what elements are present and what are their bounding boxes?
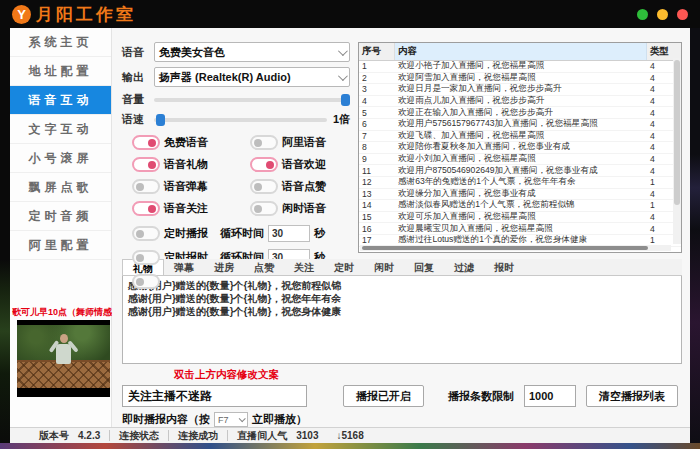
hotkey-select[interactable]: F7: [214, 412, 248, 427]
voice-welcome-toggle[interactable]: [250, 157, 278, 172]
speed-value: 1倍: [333, 112, 350, 127]
window-controls: [637, 9, 688, 20]
output-label: 输出: [122, 70, 154, 85]
desktop: Y 月阳工作室 系统主页 地址配置 语音互动 文字互动 小号滚屏 飘屏点歌 定时…: [0, 0, 700, 449]
voice-follow-toggle[interactable]: [132, 201, 160, 216]
app-window: 系统主页 地址配置 语音互动 文字互动 小号滚屏 飘屏点歌 定时音频 阿里配置 …: [10, 28, 690, 443]
voice-controls: 语音 免费美女音色 输出 扬声器 (Realtek(R) Audio): [122, 42, 358, 252]
header-content[interactable]: 内容: [395, 43, 647, 60]
voice-danmu-toggle[interactable]: [132, 179, 160, 194]
table-row[interactable]: 6欢迎用户5756157967743加入直播间，祝您福星高照4: [359, 119, 681, 131]
table-row[interactable]: 2欢迎阿雪加入直播间，祝您福星高照4: [359, 73, 681, 85]
ali-voice-toggle[interactable]: [250, 135, 278, 150]
sidebar-item-timed-audio[interactable]: 定时音频: [10, 202, 111, 231]
table-horizontal-scrollbar[interactable]: [360, 245, 671, 251]
volume-label: 音量: [122, 92, 154, 107]
voice-gift-toggle[interactable]: [132, 157, 160, 172]
table-row[interactable]: 12感谢63年的兔赠送的1个人气票，祝您年年有余1: [359, 177, 681, 189]
table-row[interactable]: 8欢迎陪你看夏秋冬加入直播间，祝您事业有成4: [359, 142, 681, 154]
speed-slider-thumb[interactable]: [156, 114, 165, 126]
timed-broadcast-toggle[interactable]: [132, 226, 160, 241]
instant-broadcast-input[interactable]: [122, 385, 307, 407]
table-body: 1欢迎小艳子加入直播间，祝您福星高照42欢迎阿雪加入直播间，祝您福星高照43欢迎…: [359, 61, 681, 252]
edit-hint-text: 双击上方内容修改文案: [174, 368, 682, 382]
popularity-delta: ↓5168: [328, 430, 373, 441]
timed-broadcast-interval-input[interactable]: [268, 225, 310, 242]
desktop-left-edge: [0, 28, 10, 449]
chevron-down-icon: [239, 415, 246, 422]
timed-clock-toggle[interactable]: [132, 250, 160, 265]
sidebar-item-ali-config[interactable]: 阿里配置: [10, 231, 111, 260]
voice-select[interactable]: 免费美女音色: [154, 42, 350, 62]
template-line: 感谢{用户}赠送的{数量}个{礼物}，祝您年年有余: [128, 292, 676, 305]
table-row[interactable]: 11欢迎用户8750546902649加入直播间，祝您事业有成4: [359, 165, 681, 177]
minimize-button[interactable]: [637, 9, 648, 20]
idle-voice-toggle[interactable]: [250, 201, 278, 216]
voice-interaction-panel: 语音 免费美女音色 输出 扬声器 (Realtek(R) Audio): [112, 28, 690, 427]
broadcast-limit-label: 播报条数限制: [448, 389, 514, 404]
table-row[interactable]: 9欢迎小刘加入直播间，祝您福星高照4: [359, 154, 681, 166]
voice-toggle-grid: 免费语音 阿里语音 语音礼物 语音欢迎 语音弹幕 语音点赞 语音关注 闲时语音: [132, 135, 350, 216]
header-seq[interactable]: 序号: [359, 43, 395, 60]
chevron-down-icon: [338, 71, 348, 81]
voice-like-toggle[interactable]: [250, 179, 278, 194]
sidebar-item-address-config[interactable]: 地址配置: [10, 57, 111, 86]
timed-audio-toggle[interactable]: [132, 274, 160, 289]
speed-slider[interactable]: [154, 113, 327, 127]
sidebar-item-float-song[interactable]: 飘屏点歌: [10, 173, 111, 202]
table-row[interactable]: 5欢迎正在输入加入直播间，祝您步步高升4: [359, 107, 681, 119]
instant-play-row: 即时播报内容（按 F7 立即播放）: [122, 412, 682, 427]
desktop-right-edge: [690, 28, 700, 449]
table-row[interactable]: 3欢迎日月是一家加入直播间，祝您步步高升4: [359, 84, 681, 96]
table-row[interactable]: 1欢迎小艳子加入直播间，祝您福星高照4: [359, 61, 681, 73]
table-row[interactable]: 16欢迎晨曦宝贝加入直播间，祝您福星高照4: [359, 223, 681, 235]
version-value: 4.2.3: [78, 430, 109, 441]
broadcast-actions-row: 播报已开启 播报条数限制 清空播报列表: [122, 385, 682, 407]
table-row[interactable]: 4欢迎雨点儿加入直播间，祝您步步高升4: [359, 96, 681, 108]
table-row[interactable]: 15欢迎可乐加入直播间，祝您福星高照4: [359, 212, 681, 224]
sidebar-item-voice-interaction[interactable]: 语音互动: [10, 86, 111, 115]
thumbnail-letterbox-top: [17, 320, 110, 325]
table-header: 序号 内容 类型: [359, 43, 681, 61]
voice-label: 语音: [122, 45, 154, 60]
chevron-down-icon: [338, 46, 348, 56]
broadcast-limit-input[interactable]: [524, 385, 576, 407]
window-titlebar: Y 月阳工作室: [0, 0, 700, 28]
status-bar: 版本号 4.2.3 连接状态 连接成功 直播间人气 3103 ↓5168: [10, 427, 690, 443]
table-vertical-scrollbar[interactable]: [673, 58, 681, 244]
tab-2[interactable]: 进房: [204, 259, 244, 275]
table-row[interactable]: 14感谢淡似春风赠送的1个人气票，祝您前程似锦1: [359, 200, 681, 212]
tab-8[interactable]: 过滤: [444, 259, 484, 275]
sidebar-item-alt-scroll[interactable]: 小号滚屏: [10, 144, 111, 173]
tab-6[interactable]: 闲时: [364, 259, 404, 275]
sidebar-item-text-interaction[interactable]: 文字互动: [10, 115, 111, 144]
thumbnail-person: [55, 334, 72, 376]
template-tabs: 礼物弹幕进房点赞关注定时闲时回复过滤报时: [122, 259, 682, 276]
template-line: 感谢{用户}赠送的{数量}个{礼物}，祝您前程似锦: [128, 279, 676, 292]
tab-4[interactable]: 关注: [284, 259, 324, 275]
table-row[interactable]: 7欢迎飞碟、加入直播间，祝您福星高照4: [359, 131, 681, 143]
live-preview-thumbnail[interactable]: [17, 320, 110, 397]
tab-5[interactable]: 定时: [324, 259, 364, 275]
output-device-select[interactable]: 扬声器 (Realtek(R) Audio): [154, 67, 350, 87]
close-button[interactable]: [677, 9, 688, 20]
sidebar-item-system-home[interactable]: 系统主页: [10, 28, 111, 57]
volume-slider-thumb[interactable]: [341, 94, 350, 106]
free-voice-toggle[interactable]: [132, 135, 160, 150]
app-logo-icon: Y: [12, 5, 31, 24]
popularity-label: 直播间人气: [228, 429, 296, 443]
template-line: 感谢{用户}赠送的{数量}个{礼物}，祝您身体健康: [128, 305, 676, 318]
broadcast-message-table: 序号 内容 类型 1欢迎小艳子加入直播间，祝您福星高照42欢迎阿雪加入直播间，祝…: [358, 42, 682, 253]
tab-1[interactable]: 弹幕: [164, 259, 204, 275]
broadcast-start-button[interactable]: 播报已开启: [343, 385, 424, 407]
volume-slider[interactable]: [154, 93, 350, 107]
tab-7[interactable]: 回复: [404, 259, 444, 275]
tab-9[interactable]: 报时: [484, 259, 524, 275]
clear-broadcast-list-button[interactable]: 清空播报列表: [586, 385, 678, 407]
tab-3[interactable]: 点赞: [244, 259, 284, 275]
desktop-wallpaper-strip: [0, 443, 700, 449]
maximize-button[interactable]: [657, 9, 668, 20]
version-label: 版本号: [30, 429, 78, 443]
table-row[interactable]: 13欢迎缘分加入直播间，祝您事业有成4: [359, 189, 681, 201]
template-textarea[interactable]: 感谢{用户}赠送的{数量}个{礼物}，祝您前程似锦 感谢{用户}赠送的{数量}个…: [122, 276, 682, 364]
